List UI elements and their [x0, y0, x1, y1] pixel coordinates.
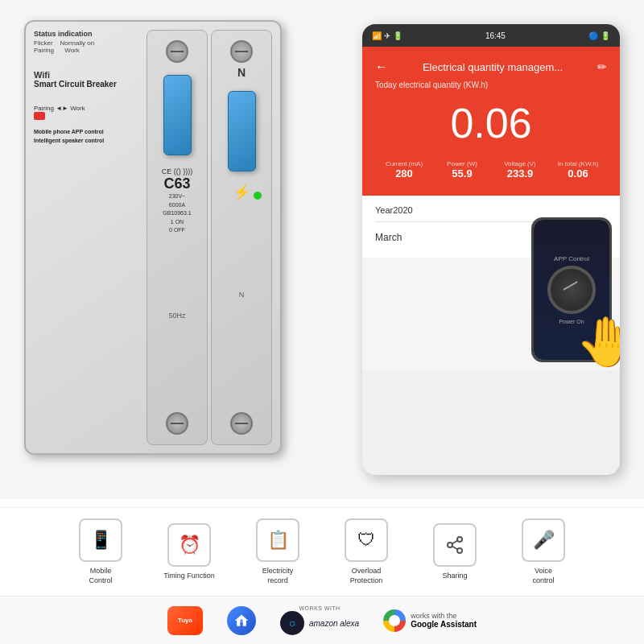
green-indicator [254, 192, 262, 200]
work-label: Work [64, 47, 80, 54]
bottom-screw-right [230, 412, 253, 435]
status-bar: 📶 ✈ 🔋 16:45 🔵 🔋 [362, 24, 620, 47]
specs-standard: GB10963.1 [162, 209, 192, 218]
current-stat: Current (mA) 280 [375, 160, 433, 180]
handle-right [228, 91, 256, 171]
works-with-alexa: WORKS WITH [299, 605, 340, 611]
circuit-breaker-image: Status indication Flicker Normally on Pa… [24, 20, 298, 479]
feature-voice: 🎤 Voicecontrol [511, 518, 576, 585]
svg-line-3 [452, 546, 458, 549]
mobile-control-icon: 📱 [79, 518, 122, 562]
sharing-feature-label: Sharing [442, 572, 467, 581]
specs-on: 1 ON [162, 218, 192, 227]
breaker-left: CE (() )))) C63 230V~ 6000A GB10963.1 1 … [147, 30, 208, 445]
app-red-section: ← Electrical quantity managem... ✏ Today… [362, 47, 620, 196]
current-label: Current (mA) [375, 160, 433, 167]
n-bottom-label: N [239, 291, 245, 299]
mobile-control-feature-label: MobileControl [89, 567, 112, 585]
feature-mobile-control: 📱 MobileControl [68, 518, 133, 585]
handle-left [163, 75, 192, 155]
app-title: Electrical quantity managem... [423, 61, 563, 73]
tuya-logo-item: Tuya [167, 606, 203, 635]
breaker-body: Status indication Flicker Normally on Pa… [24, 20, 282, 455]
electricity-icon: 📋 [256, 518, 299, 562]
tuya-logo: Tuya [167, 606, 203, 635]
alexa-ring-icon: ○ [280, 611, 304, 635]
main-kwh-value: 0.06 [375, 93, 607, 154]
current-value: 280 [375, 167, 433, 180]
c63-label: C63 [162, 175, 192, 192]
speaker-control-label: Intelligent speaker control [34, 137, 147, 146]
google-inner-dot [389, 615, 400, 626]
voltage-label: Voltage (V) [491, 160, 549, 167]
feature-sharing: Sharing [423, 523, 487, 581]
top-screw-left [166, 40, 188, 63]
specs-off: 0 OFF [162, 226, 192, 235]
alexa-brand-text: amazon alexa [309, 619, 359, 628]
feature-overload: 🛡 OverloadProtection [334, 518, 398, 585]
month-name: March [375, 232, 402, 243]
battery-icons: 🔵 🔋 [588, 31, 610, 40]
phone-dial [547, 266, 596, 314]
red-indicator [34, 112, 45, 120]
frequency-label: 50Hz [168, 312, 185, 320]
power-label: Power (W) [433, 160, 491, 167]
overload-feature-label: OverloadProtection [350, 567, 383, 585]
timing-icon: ⏰ [167, 523, 211, 567]
app-nav: ← Electrical quantity managem... ✏ [375, 60, 607, 74]
timing-feature-label: Timing Function [163, 572, 215, 581]
n-label: N [237, 66, 246, 79]
phone-app-text: APP Control [554, 255, 589, 262]
google-dots-icon [383, 609, 406, 632]
voltage-value: 233.9 [491, 167, 549, 180]
year-label: Year2020 [375, 205, 607, 215]
overload-icon: 🛡 [345, 518, 388, 562]
edit-button[interactable]: ✏ [597, 60, 607, 73]
time-display: 16:45 [485, 31, 506, 40]
mobile-control-label: Mobile phone APP control [34, 128, 147, 137]
google-logo-item: works with the Google Assistant [383, 609, 477, 632]
feature-electricity: 📋 Electricityrecord [246, 518, 310, 585]
total-value: 0.06 [549, 167, 607, 180]
svg-line-4 [452, 540, 458, 543]
svg-point-0 [457, 537, 462, 542]
flicker-label: Flicker [34, 39, 53, 47]
pairing-work-label: Pairing ◄► Work [34, 105, 147, 112]
svg-point-2 [457, 548, 462, 553]
wifi-label: Wifi [34, 70, 147, 80]
status-indication-text: Status indication [34, 30, 147, 38]
svg-point-1 [448, 543, 452, 547]
power-stat: Power (W) 55.9 [433, 160, 491, 180]
voltage-stat: Voltage (V) 233.9 [491, 160, 549, 180]
smart-home-logo-item [227, 606, 256, 635]
top-screw-right [230, 40, 253, 63]
total-label: In total (KW.h) [549, 160, 607, 167]
hand-holding-phone: 🤚 [576, 313, 620, 370]
back-button[interactable]: ← [375, 60, 388, 74]
google-brand-text: Google Assistant [411, 620, 477, 629]
main-product-area: Status indication Flicker Normally on Pa… [0, 0, 644, 499]
alexa-logo-item: WORKS WITH ○ amazon alexa [280, 605, 359, 635]
pairing-label: Pairing [34, 47, 54, 54]
smart-circuit-label: Smart Circuit Breaker [34, 80, 147, 89]
sharing-icon [433, 523, 477, 567]
power-value: 55.9 [433, 167, 491, 180]
normally-on-label: Normally on [60, 39, 94, 47]
signal-icons: 📶 ✈ 🔋 [372, 31, 402, 40]
ce-marks: CE (() )))) [162, 167, 192, 175]
electricity-feature-label: Electricityrecord [262, 567, 294, 585]
app-subtitle: Today electrical quantity (KW.h) [375, 80, 607, 89]
specs-voltage: 230V~ [162, 192, 192, 201]
breaker-right: N ⚡ N [211, 30, 272, 445]
feature-timing: ⏰ Timing Function [157, 523, 221, 581]
stats-row: Current (mA) 280 Power (W) 55.9 Voltage … [375, 160, 607, 180]
voice-feature-label: Voicecontrol [532, 567, 554, 585]
google-works-text: works with the [411, 612, 477, 620]
specs-current: 6000A [162, 201, 192, 210]
app-panel: 📶 ✈ 🔋 16:45 🔵 🔋 ← Electrical quantity ma… [362, 24, 620, 475]
symbol-area: ⚡ [233, 184, 250, 201]
bottom-screw-left [166, 412, 188, 435]
smart-home-logo [227, 606, 256, 635]
total-stat: In total (KW.h) 0.06 [549, 160, 607, 180]
features-section: 📱 MobileControl ⏰ Timing Function 📋 Elec… [0, 507, 644, 596]
